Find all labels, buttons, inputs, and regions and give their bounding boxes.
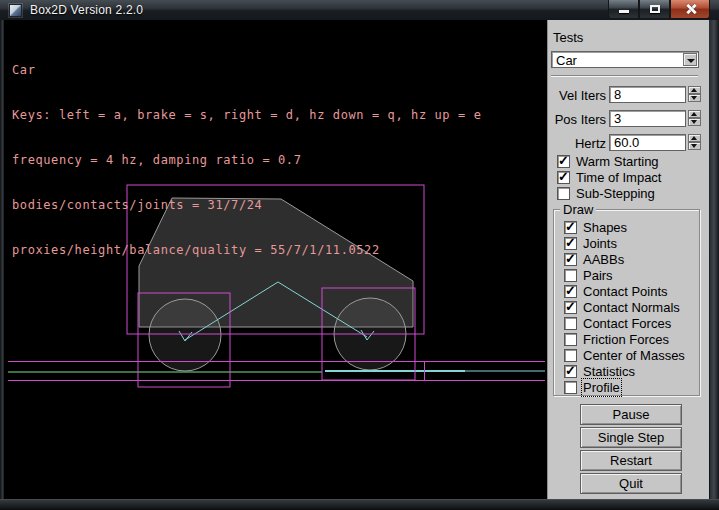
rear-wheel-shape <box>149 299 221 371</box>
arrow-down-icon <box>691 144 697 148</box>
separator <box>551 75 698 77</box>
checkbox-box[interactable]: ✓ <box>564 285 577 298</box>
title-bar[interactable]: Box2D Version 2.2.0 <box>0 0 719 20</box>
checkbox-label: Contact Normals <box>583 300 680 315</box>
hertz-spinner <box>688 134 701 151</box>
checkmark-icon: ✓ <box>565 251 576 266</box>
checkbox-label: Pairs <box>583 268 613 283</box>
control-panel: Tests Car Vel Iters Pos Iters <box>547 20 709 499</box>
checkbox-box[interactable] <box>564 381 577 394</box>
checkbox-label: Time of Impact <box>576 170 661 185</box>
restart-button[interactable]: Restart <box>580 450 682 471</box>
tests-dropdown-value: Car <box>556 53 577 68</box>
window-title: Box2D Version 2.2.0 <box>30 3 143 17</box>
checkbox-box[interactable]: ✓ <box>557 171 570 184</box>
spin-up-button[interactable] <box>688 110 701 118</box>
checkbox-label: Contact Forces <box>583 316 671 331</box>
hertz-label: Hertz <box>548 136 606 151</box>
checkbox-label: Shapes <box>583 220 627 235</box>
checkmark-icon: ✓ <box>565 299 576 314</box>
arrow-up-icon <box>691 136 697 140</box>
checkbox-box[interactable] <box>564 269 577 282</box>
dropdown-arrow-button[interactable] <box>683 53 697 66</box>
hertz-input[interactable] <box>609 134 686 151</box>
checkbox-box[interactable]: ✓ <box>557 155 570 168</box>
pause-button[interactable]: Pause <box>580 404 682 425</box>
checkbox-label: Joints <box>583 236 617 251</box>
checkmark-icon: ✓ <box>558 153 569 168</box>
minimize-icon <box>619 10 629 13</box>
checkbox-box[interactable] <box>564 349 577 362</box>
arrow-up-icon <box>691 112 697 116</box>
window-border-right <box>710 20 719 499</box>
tests-label: Tests <box>553 30 583 45</box>
window-controls <box>608 0 710 19</box>
spin-down-button[interactable] <box>688 118 701 126</box>
checkmark-icon: ✓ <box>565 219 576 234</box>
checkbox-label: Friction Forces <box>583 332 669 347</box>
app-window: Box2D Version 2.2.0 <box>0 0 719 510</box>
checkbox-label: AABBs <box>583 252 624 267</box>
checkmark-icon: ✓ <box>558 169 569 184</box>
single-step-button[interactable]: Single Step <box>580 427 682 448</box>
checkbox-box[interactable]: ✓ <box>564 301 577 314</box>
spin-down-button[interactable] <box>688 142 701 150</box>
pos-iters-label: Pos Iters <box>548 112 606 127</box>
checkbox-label: Profile <box>583 380 620 395</box>
checkbox-box[interactable]: ✓ <box>564 253 577 266</box>
tests-dropdown[interactable]: Car <box>551 51 699 68</box>
spin-down-button[interactable] <box>688 94 701 102</box>
keys-help-line: Keys: left = a, brake = s, right = d, hz… <box>12 108 481 123</box>
checkmark-icon: ✓ <box>565 283 576 298</box>
chevron-down-icon <box>687 59 695 63</box>
checkbox-box[interactable] <box>564 317 577 330</box>
stats-bodies-line: bodies/contacts/joints = 31/7/24 <box>12 198 481 213</box>
checkbox-label: Sub-Stepping <box>576 186 655 201</box>
checkbox-box[interactable]: ✓ <box>564 365 577 378</box>
vel-iters-spinner <box>688 86 701 103</box>
vel-iters-label: Vel Iters <box>548 88 606 103</box>
arrow-down-icon <box>691 96 697 100</box>
checkbox-label: Statistics <box>583 364 635 379</box>
pos-iters-row: Pos Iters <box>548 110 710 127</box>
checkbox-box[interactable]: ✓ <box>564 237 577 250</box>
checkmark-icon: ✓ <box>565 363 576 378</box>
close-button[interactable] <box>670 0 710 19</box>
draw-group: Draw ✓ Shapes ✓ Joints ✓ AABBs Pairs ✓ C… <box>553 209 700 396</box>
hertz-row: Hertz <box>548 134 710 151</box>
arrow-down-icon <box>691 120 697 124</box>
maximize-button[interactable] <box>639 0 670 19</box>
close-icon <box>685 3 697 15</box>
minimize-button[interactable] <box>608 0 639 19</box>
checkbox-label: Warm Starting <box>576 154 659 169</box>
checkmark-icon: ✓ <box>565 235 576 250</box>
spin-up-button[interactable] <box>688 134 701 142</box>
checkbox-label: Center of Masses <box>583 348 685 363</box>
checkbox-label: Contact Points <box>583 284 668 299</box>
frequency-line: frequency = 4 hz, damping ratio = 0.7 <box>12 153 481 168</box>
quit-button[interactable]: Quit <box>580 473 682 494</box>
vel-iters-input[interactable] <box>609 86 686 103</box>
vel-iters-row: Vel Iters <box>548 86 710 103</box>
checkbox-box[interactable]: ✓ <box>564 221 577 234</box>
window-border-bottom <box>0 499 719 510</box>
debug-text-block: Car Keys: left = a, brake = s, right = d… <box>12 33 481 288</box>
test-title: Car <box>12 63 481 78</box>
simulation-canvas[interactable]: Car Keys: left = a, brake = s, right = d… <box>4 20 547 499</box>
checkbox-box[interactable] <box>564 333 577 346</box>
stats-proxies-line: proxies/height/balance/quality = 55/7/1/… <box>12 243 481 258</box>
maximize-icon <box>650 5 660 13</box>
window-border-left <box>0 20 4 499</box>
app-icon <box>9 4 22 17</box>
draw-group-label: Draw <box>560 202 596 217</box>
spin-up-button[interactable] <box>688 86 701 94</box>
arrow-up-icon <box>691 88 697 92</box>
pos-iters-spinner <box>688 110 701 127</box>
checkbox-box[interactable] <box>557 187 570 200</box>
pos-iters-input[interactable] <box>609 110 686 127</box>
